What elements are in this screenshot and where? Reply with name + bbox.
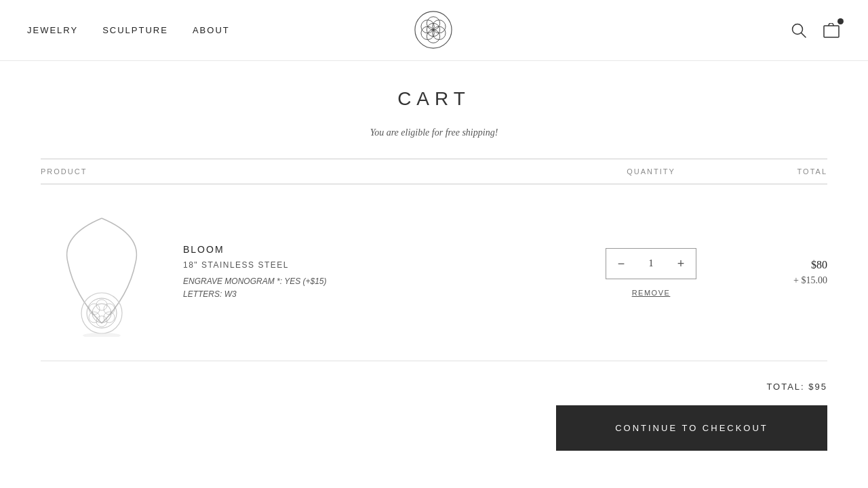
svg-line-9 [802, 33, 806, 37]
svg-point-13 [92, 304, 111, 323]
item-addon-price: + $15.00 [793, 275, 827, 286]
svg-point-20 [83, 333, 121, 337]
shipping-notice: You are eligible for free shipping! [0, 127, 868, 138]
main-nav: JEWELRY SCULPTURE ABOUT [27, 25, 230, 35]
product-name: BLOOM [183, 244, 327, 255]
cart-icon[interactable] [822, 21, 841, 40]
cart-table-header: PRODUCT QUANTITY TOTAL [41, 159, 827, 184]
quantity-increase-button[interactable]: + [666, 249, 696, 279]
cart-container: PRODUCT QUANTITY TOTAL [0, 159, 868, 361]
column-product: PRODUCT [41, 167, 583, 176]
product-info: BLOOM 18" STAINLESS STEEL ENGRAVE MONOGR… [183, 244, 327, 301]
svg-rect-10 [824, 26, 839, 37]
checkout-button[interactable]: CONTINUE TO CHECKOUT [556, 405, 827, 451]
column-total: TOTAL [719, 167, 827, 176]
quantity-decrease-button[interactable]: − [606, 249, 636, 279]
page-title: CART [0, 88, 868, 110]
cart-footer: TOTAL: $95 CONTINUE TO CHECKOUT [0, 361, 868, 478]
table-row: BLOOM 18" STAINLESS STEEL ENGRAVE MONOGR… [41, 184, 827, 361]
product-variant: 18" STAINLESS STEEL [183, 260, 327, 270]
total-column: $80 + $15.00 [719, 259, 827, 286]
item-base-price: $80 [811, 259, 827, 271]
logo[interactable] [414, 10, 454, 51]
header-icons [789, 21, 841, 40]
column-quantity: QUANTITY [583, 167, 719, 176]
product-column: BLOOM 18" STAINLESS STEEL ENGRAVE MONOGR… [41, 205, 583, 340]
remove-button[interactable]: REMOVE [632, 289, 671, 297]
svg-point-12 [87, 298, 117, 328]
page-title-section: CART [0, 61, 868, 117]
nav-about[interactable]: ABOUT [193, 25, 230, 35]
product-option-letters: LETTERS: W3 [183, 289, 237, 299]
cart-total: TOTAL: $95 [766, 382, 827, 392]
product-options: ENGRAVE MONOGRAM *: YES (+$15) LETTERS: … [183, 275, 327, 301]
quantity-control: − 1 + [606, 248, 696, 279]
search-icon[interactable] [789, 21, 808, 40]
nav-jewelry[interactable]: JEWELRY [27, 25, 78, 35]
quantity-column: − 1 + REMOVE [583, 248, 719, 297]
svg-point-11 [81, 293, 122, 333]
quantity-value: 1 [636, 258, 666, 269]
nav-sculpture[interactable]: SCULPTURE [102, 25, 168, 35]
product-image [41, 205, 163, 340]
site-header: JEWELRY SCULPTURE ABOUT [0, 0, 868, 61]
product-option-engrave: ENGRAVE MONOGRAM *: YES (+$15) [183, 277, 327, 286]
